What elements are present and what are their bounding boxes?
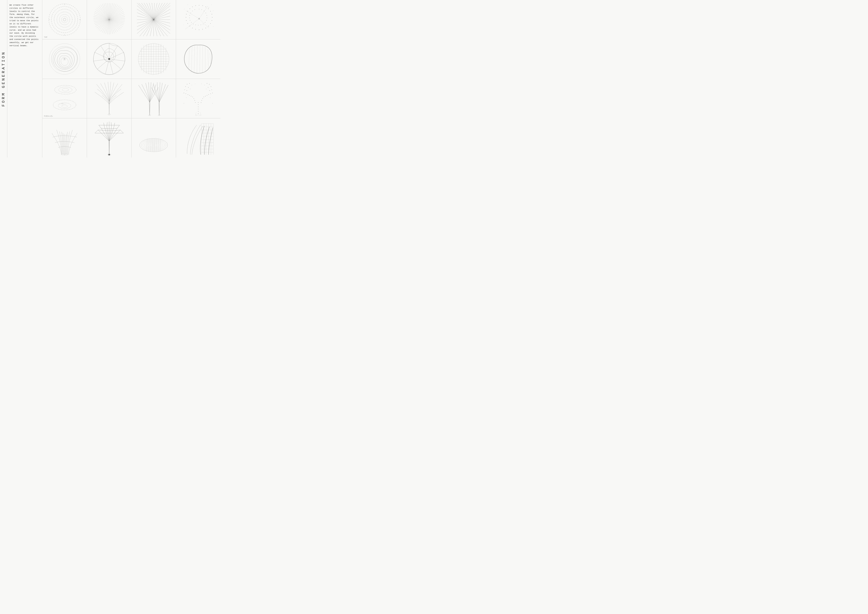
svg-point-220 — [62, 105, 68, 107]
cell-oval-base — [132, 118, 176, 158]
grid-row-1: TOP — [42, 0, 220, 39]
cell-concentric-dashed: TOP — [42, 0, 87, 39]
svg-point-272 — [201, 84, 202, 84]
svg-line-24 — [109, 20, 116, 33]
cell-rounded-outline — [176, 39, 220, 79]
cell-scattered-dots — [176, 79, 220, 118]
oval-base-svg — [134, 121, 173, 155]
svg-line-307 — [154, 138, 155, 152]
svg-point-296 — [143, 140, 165, 150]
svg-point-153 — [192, 11, 193, 11]
svg-point-245 — [192, 97, 193, 97]
svg-line-84 — [153, 9, 170, 20]
svg-point-262 — [202, 100, 202, 101]
svg-point-235 — [189, 83, 190, 84]
svg-point-1 — [51, 6, 78, 33]
svg-line-49 — [109, 20, 122, 26]
svg-line-163 — [186, 11, 199, 19]
svg-line-69 — [137, 3, 153, 20]
cell-double-palm — [132, 79, 176, 118]
svg-point-124 — [195, 29, 196, 29]
svg-point-278 — [184, 103, 184, 104]
svg-line-228 — [150, 102, 150, 115]
svg-point-139 — [207, 15, 207, 16]
svg-point-248 — [195, 102, 195, 103]
svg-point-156 — [211, 5, 212, 5]
svg-point-218 — [53, 100, 76, 110]
svg-line-85 — [153, 12, 170, 20]
svg-point-145 — [198, 25, 198, 25]
radial-angled-svg — [134, 2, 173, 37]
svg-line-229 — [159, 102, 159, 115]
svg-point-143 — [203, 24, 203, 24]
svg-point-284 — [199, 115, 201, 116]
svg-line-40 — [109, 3, 111, 20]
svg-point-140 — [207, 18, 207, 18]
svg-line-99 — [143, 20, 153, 36]
svg-point-3 — [57, 12, 72, 27]
svg-point-255 — [212, 93, 213, 93]
svg-line-44 — [109, 9, 123, 20]
svg-point-142 — [205, 22, 205, 23]
svg-line-21 — [109, 20, 124, 25]
svg-point-250 — [207, 83, 207, 84]
svg-point-120 — [208, 26, 209, 26]
radial-lines-dense-svg — [90, 2, 129, 37]
svg-line-180 — [93, 59, 109, 61]
svg-point-259 — [205, 96, 206, 96]
svg-point-132 — [190, 9, 190, 9]
svg-point-155 — [209, 7, 209, 8]
svg-line-176 — [109, 59, 121, 69]
svg-point-146 — [195, 25, 196, 25]
svg-line-308 — [156, 138, 157, 152]
svg-point-236 — [185, 86, 186, 87]
svg-point-237 — [188, 87, 189, 88]
svg-point-268 — [198, 111, 198, 112]
svg-point-239 — [186, 90, 187, 91]
svg-point-121 — [206, 28, 206, 28]
vertical-title-column: FORM GENERATION — [0, 0, 7, 158]
svg-line-178 — [105, 59, 109, 74]
organic-contours-svg — [45, 42, 84, 76]
svg-line-22 — [109, 20, 122, 28]
svg-line-93 — [153, 20, 164, 36]
svg-point-113 — [206, 7, 206, 7]
svg-line-303 — [147, 138, 147, 152]
svg-point-246 — [194, 98, 194, 99]
svg-line-162 — [199, 6, 208, 19]
svg-line-108 — [137, 9, 153, 20]
svg-point-295 — [141, 139, 166, 151]
svg-point-283 — [195, 115, 197, 116]
cell-label-top: TOP — [44, 36, 47, 38]
svg-point-117 — [212, 17, 212, 18]
svg-point-256 — [211, 93, 211, 94]
rounded-outline-svg — [179, 42, 217, 76]
svg-point-265 — [198, 104, 198, 105]
svg-point-260 — [204, 97, 204, 97]
svg-point-0 — [49, 4, 80, 36]
svg-line-207 — [191, 46, 192, 73]
svg-line-45 — [109, 13, 124, 20]
cell-arch-wireframe — [42, 118, 87, 158]
cell-butterfly-structure — [87, 118, 132, 158]
svg-text:- - 7 5 - -: - - 7 5 - - — [59, 103, 66, 104]
svg-point-122 — [202, 29, 203, 29]
svg-point-118 — [212, 20, 212, 21]
grid-row-2 — [42, 39, 220, 79]
svg-point-264 — [198, 102, 198, 103]
svg-line-63 — [96, 9, 109, 20]
svg-point-249 — [209, 84, 209, 84]
svg-line-206 — [189, 48, 189, 70]
svg-point-159 — [184, 9, 184, 9]
sidebar-description: We create five other circles in differen… — [7, 0, 42, 158]
concentric-dashed-circles-svg — [45, 2, 84, 37]
svg-point-257 — [208, 95, 209, 95]
svg-line-38 — [102, 4, 109, 20]
svg-point-276 — [186, 98, 186, 98]
svg-line-102 — [137, 20, 153, 30]
double-palm-svg — [134, 81, 173, 116]
svg-point-114 — [208, 9, 209, 9]
cell-palm-left — [87, 79, 132, 118]
svg-line-35 — [95, 11, 109, 20]
svg-point-158 — [188, 5, 188, 5]
